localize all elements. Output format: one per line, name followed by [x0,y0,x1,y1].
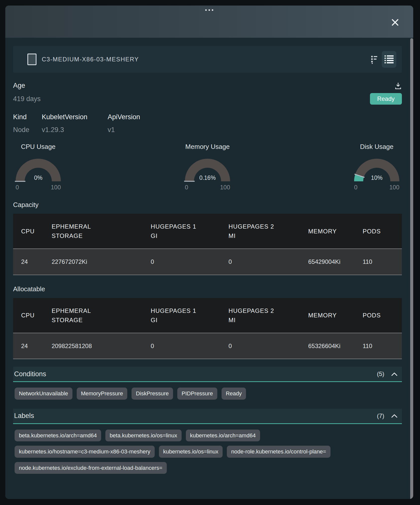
allocatable-heading: Allocatable [13,285,402,293]
download-icon [394,82,402,90]
meta-column: ApiVersionv1 [108,113,140,134]
meta-column: KubeletVersionv1.29.3 [42,113,108,134]
chip[interactable]: kubernetes.io/arch=amd64 [186,430,260,442]
meta-value: v1.29.3 [42,126,108,134]
modal-scroll-area: C3-MEDIUM-X86-03-MESHERY [5,38,413,499]
chip[interactable]: node-role.kubernetes.io/control-plane= [227,446,330,458]
table-row: 242098225812080065326604Ki110 [13,333,402,359]
drag-handle-icon[interactable] [205,9,213,11]
usage-gauge: CPU Usage0%0100 [13,143,63,191]
conditions-section-header[interactable]: Conditions (5) [13,367,402,382]
gauge-arc: 0.16% [183,156,232,183]
usage-gauge: Disk Usage10%0100 [352,143,402,191]
column-header: HUGEPAGES 2 MI [225,298,305,333]
conditions-chips: NetworkUnavailableMemoryPressureDiskPres… [13,388,402,400]
age-value: 419 days [13,95,41,103]
meta-column: KindNode [13,113,42,134]
gauge-title: Disk Usage [352,143,402,151]
meta-value: v1 [108,126,140,134]
details-view-button[interactable] [382,51,396,68]
chevron-up-icon[interactable] [391,414,397,418]
allocatable-table: CPUEPHEMERAL STORAGEHUGEPAGES 1 GIHUGEPA… [13,298,402,359]
labels-section-header[interactable]: Labels (7) [13,409,402,424]
list-view-icon [385,55,394,64]
gauge-value: 0% [34,175,42,181]
gauge-title: CPU Usage [13,143,63,151]
usage-gauge: Memory Usage0.16%0100 [182,143,233,191]
capacity-table: CPUEPHEMERAL STORAGEHUGEPAGES 1 GIHUGEPA… [13,214,402,275]
table-header-row: CPUEPHEMERAL STORAGEHUGEPAGES 1 GIHUGEPA… [13,298,402,333]
chip[interactable]: MemoryPressure [77,388,127,400]
table-cell: 65326604Ki [305,333,359,359]
column-header: EPHEMERAL STORAGE [48,214,147,249]
table-cell: 110 [359,333,402,359]
meta-row: KindNodeKubeletVersionv1.29.3ApiVersionv… [13,113,402,134]
column-header: PODS [359,214,402,249]
gauge-arc: 0% [14,156,63,183]
usage-gauges: CPU Usage0%0100Memory Usage0.16%0100Disk… [13,143,402,191]
table-cell: 227672072Ki [48,249,147,275]
column-header: MEMORY [305,214,359,249]
chip[interactable]: kubernetes.io/hostname=c3-medium-x86-03-… [15,446,155,458]
view-toggles [371,51,396,68]
chevron-up-icon[interactable] [391,372,397,376]
table-cell: 0 [147,333,225,359]
node-checkbox[interactable] [27,54,36,65]
capacity-heading: Capacity [13,201,402,209]
column-header: MEMORY [305,298,359,333]
column-header: EPHEMERAL STORAGE [48,298,147,333]
labels-title: Labels [14,412,34,420]
table-cell: 0 [225,249,305,275]
chip[interactable]: beta.kubernetes.io/arch=amd64 [15,430,101,442]
labels-count: (7) [377,412,384,419]
resource-card-header: C3-MEDIUM-X86-03-MESHERY [13,46,402,73]
column-header: HUGEPAGES 1 GI [147,214,225,249]
modal-header[interactable] [5,6,413,38]
chip[interactable]: kubernetes.io/os=linux [159,446,223,458]
chip[interactable]: Ready [222,388,246,400]
tree-view-icon [371,55,378,64]
download-button[interactable] [394,82,402,90]
table-cell: 209822581208 [48,333,147,359]
chip[interactable]: node.kubernetes.io/exclude-from-external… [15,462,167,474]
gauge-axis: 0100 [13,184,63,191]
conditions-title: Conditions [14,370,46,378]
table-cell: 65429004Ki [305,249,359,275]
status-badge: Ready [370,93,402,105]
node-details-modal: C3-MEDIUM-X86-03-MESHERY [5,6,413,499]
close-button[interactable] [390,17,401,28]
gauge-axis: 0100 [182,184,233,191]
table-cell: 110 [359,249,402,275]
chip[interactable]: PIDPressure [177,388,217,400]
labels-chips: beta.kubernetes.io/arch=amd64beta.kubern… [13,430,402,474]
gauge-value: 0.16% [199,175,216,181]
modal-content: C3-MEDIUM-X86-03-MESHERY [5,46,413,474]
table-row: 24227672072Ki0065429004Ki110 [13,249,402,275]
resource-title: C3-MEDIUM-X86-03-MESHERY [42,56,139,63]
column-header: HUGEPAGES 1 GI [147,298,225,333]
chip[interactable]: beta.kubernetes.io/os=linux [105,430,181,442]
scrollbar[interactable] [410,38,413,499]
meta-label: ApiVersion [108,113,140,121]
gauge-arc: 10% [352,156,401,183]
chip[interactable]: DiskPressure [132,388,173,400]
column-header: CPU [13,298,48,333]
config-view-button[interactable] [371,55,378,64]
gauge-value: 10% [371,175,383,181]
table-header-row: CPUEPHEMERAL STORAGEHUGEPAGES 1 GIHUGEPA… [13,214,402,249]
table-cell: 0 [225,333,305,359]
conditions-count: (5) [377,370,384,377]
meta-label: KubeletVersion [42,113,108,121]
chip[interactable]: NetworkUnavailable [15,388,72,400]
gauge-axis: 0100 [352,184,402,191]
column-header: PODS [359,298,402,333]
table-cell: 0 [147,249,225,275]
table-cell: 24 [13,333,48,359]
column-header: HUGEPAGES 2 MI [225,214,305,249]
meta-label: Kind [13,113,42,121]
table-cell: 24 [13,249,48,275]
gauge-title: Memory Usage [182,143,233,151]
meta-value: Node [13,126,42,134]
close-icon [391,18,399,27]
age-label: Age [13,82,25,90]
